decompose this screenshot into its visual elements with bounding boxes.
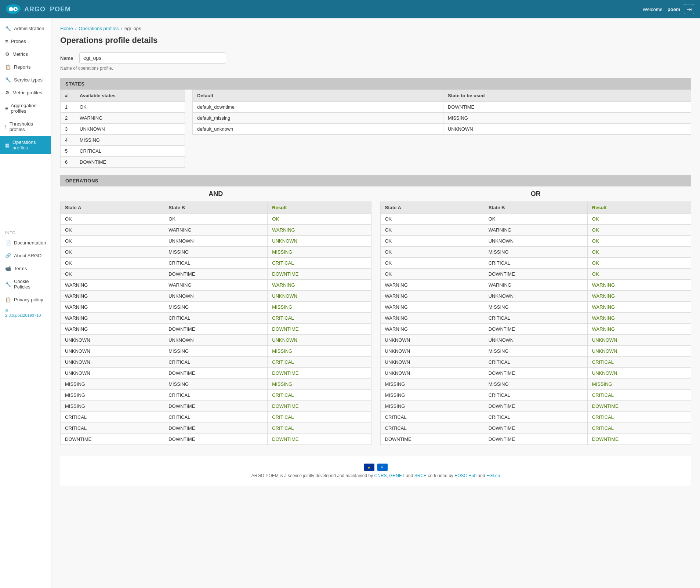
or-state-a: UNKNOWN: [380, 357, 484, 368]
or-row: WARNINGWARNINGWARNING: [380, 280, 691, 291]
and-result: UNKNOWN: [268, 291, 371, 302]
or-state-a: WARNING: [380, 302, 484, 313]
or-row: OKMISSINGOK: [380, 247, 691, 258]
or-col-result: Result: [587, 202, 691, 214]
and-row: OKWARNINGWARNING: [61, 225, 371, 236]
sidebar-item-probes[interactable]: ≡ Probes: [0, 35, 51, 48]
name-input[interactable]: [79, 52, 226, 63]
brand: ARGO POEM: [6, 4, 71, 14]
logout-button[interactable]: ⇥: [684, 4, 694, 14]
and-state-b: CRITICAL: [164, 390, 268, 401]
sidebar-item-thresholds-profiles[interactable]: ! Thresholds profiles: [0, 117, 51, 136]
states-row: 6DOWNTIME: [61, 157, 185, 168]
sidebar-item-metrics[interactable]: ⚙ Metrics: [0, 48, 51, 61]
sidebar-item-aggregation-profiles[interactable]: ≡ Aggregation profiles: [0, 99, 51, 117]
and-state-a: UNKNOWN: [61, 368, 164, 379]
default-name: default_missing: [193, 113, 443, 124]
sidebar-label-about-argo: About ARGO: [14, 253, 41, 258]
default-name: default_downtime: [193, 102, 443, 113]
and-row: UNKNOWNMISSINGMISSING: [61, 346, 371, 357]
footer-link-cnrs[interactable]: CNRS: [374, 473, 387, 478]
operations-section-header: OPERATIONS: [60, 175, 691, 186]
sidebar-item-terms[interactable]: 📹 Terms: [0, 262, 51, 275]
or-state-b: DOWNTIME: [484, 423, 587, 434]
report-icon: 📋: [5, 64, 11, 70]
and-result: CRITICAL: [268, 357, 371, 368]
or-col-state-a: State A: [380, 202, 484, 214]
sidebar-label-administration: Administration: [14, 26, 44, 31]
doc-icon: 📄: [5, 240, 11, 246]
sidebar-item-privacy-policy[interactable]: 📋 Privacy policy: [0, 293, 51, 306]
state-num: 2: [61, 113, 75, 124]
footer-link-egi[interactable]: EGI.eu: [486, 473, 500, 478]
sidebar-item-cookie-policies[interactable]: 🔧 Cookie Policies: [0, 275, 51, 293]
info-section-label: INFO: [0, 228, 51, 236]
or-result: OK: [587, 269, 691, 280]
metric-icon: ⚙: [5, 90, 10, 95]
and-row: MISSINGCRITICALCRITICAL: [61, 390, 371, 401]
or-state-a: MISSING: [380, 401, 484, 412]
or-result: UNKNOWN: [587, 368, 691, 379]
sidebar-item-metric-profiles[interactable]: ⚙ Metric profiles: [0, 86, 51, 99]
layout: 🔧 Administration ≡ Probes ⚙ Metrics 📋 Re…: [0, 18, 700, 588]
or-state-a: UNKNOWN: [380, 368, 484, 379]
breadcrumb-current: egi_ops: [124, 26, 141, 31]
service-icon: 🔧: [5, 77, 11, 83]
or-col-state-b: State B: [484, 202, 587, 214]
footer-link-eosc[interactable]: EOSC-Hub: [454, 473, 476, 478]
or-row: OKUNKNOWNOK: [380, 236, 691, 247]
state-name: DOWNTIME: [75, 157, 185, 168]
and-col-result: Result: [268, 202, 371, 214]
or-state-b: DOWNTIME: [484, 368, 587, 379]
or-result: OK: [587, 225, 691, 236]
available-states-table: # Available states 1OK2WARNING3UNKNOWN4M…: [60, 90, 185, 168]
and-result: CRITICAL: [268, 258, 371, 269]
or-state-b: MISSING: [484, 379, 587, 390]
breadcrumb-operations-profiles[interactable]: Operations profiles: [79, 26, 119, 31]
or-result: OK: [587, 214, 691, 225]
and-state-b: MISSING: [164, 302, 268, 313]
sidebar-item-administration[interactable]: 🔧 Administration: [0, 22, 51, 35]
sidebar-item-documentation[interactable]: 📄 Documentation: [0, 236, 51, 249]
or-result: WARNING: [587, 291, 691, 302]
and-state-b: CRITICAL: [164, 412, 268, 423]
or-row: OKDOWNTIMEOK: [380, 269, 691, 280]
or-result: OK: [587, 236, 691, 247]
footer-link-srce[interactable]: SRCE: [414, 473, 427, 478]
defaults-row: default_unknownUNKNOWN: [193, 124, 691, 135]
or-state-a: WARNING: [380, 313, 484, 324]
and-state-a: OK: [61, 225, 164, 236]
or-row: CRITICALDOWNTIMECRITICAL: [380, 423, 691, 434]
states-section-header: STATES: [60, 78, 691, 90]
and-state-b: UNKNOWN: [164, 335, 268, 346]
or-state-a: MISSING: [380, 379, 484, 390]
or-state-b: CRITICAL: [484, 357, 587, 368]
privacy-icon: 📋: [5, 297, 11, 302]
and-state-a: OK: [61, 247, 164, 258]
sidebar-label-privacy-policy: Privacy policy: [14, 297, 43, 302]
default-name: default_unknown: [193, 124, 443, 135]
breadcrumb-sep-2: /: [121, 26, 122, 31]
sidebar-item-about-argo[interactable]: 🔗 About ARGO: [0, 249, 51, 262]
footer-main-text: ARGO POEM is a service jointly developed…: [251, 473, 373, 478]
sidebar-item-operations-profiles[interactable]: ▦ Operations profiles: [0, 136, 51, 154]
and-state-b: UNKNOWN: [164, 291, 268, 302]
or-state-a: MISSING: [380, 390, 484, 401]
or-state-a: CRITICAL: [380, 423, 484, 434]
default-state: DOWNTIME: [443, 102, 691, 113]
sidebar-item-service-types[interactable]: 🔧 Service types: [0, 73, 51, 86]
and-state-a: WARNING: [61, 280, 164, 291]
and-row: MISSINGMISSINGMISSING: [61, 379, 371, 390]
footer-link-grnet[interactable]: GRNET: [389, 473, 405, 478]
and-result: WARNING: [268, 225, 371, 236]
defaults-table: Default State to be used default_downtim…: [192, 90, 691, 135]
name-row: Name: [60, 52, 691, 63]
breadcrumb-home[interactable]: Home: [60, 26, 73, 31]
and-state-b: UNKNOWN: [164, 236, 268, 247]
and-col-state-a: State A: [61, 202, 164, 214]
sidebar-item-reports[interactable]: 📋 Reports: [0, 61, 51, 73]
and-result: CRITICAL: [268, 313, 371, 324]
state-num: 6: [61, 157, 75, 168]
or-state-a: DOWNTIME: [380, 434, 484, 445]
and-state-b: MISSING: [164, 379, 268, 390]
